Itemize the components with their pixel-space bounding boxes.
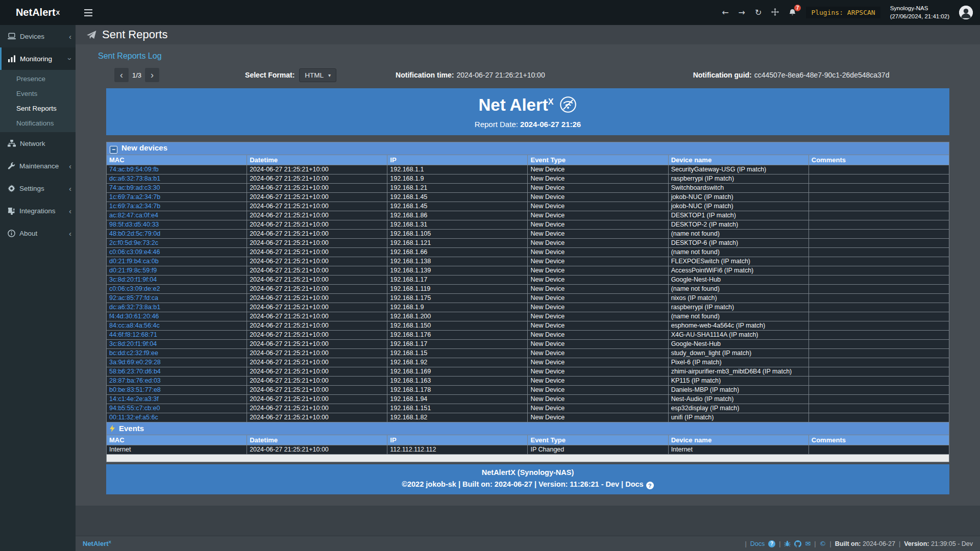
footer-brand-link[interactable]: NetAlertX xyxy=(83,540,111,547)
sidebar-subitem-notifications[interactable]: Notifications xyxy=(0,116,76,131)
notification-time-value: 2024-06-27 21:26:21+10:00 xyxy=(456,71,545,79)
sidebar-item-settings[interactable]: Settings ‹ xyxy=(0,177,76,199)
sidebar-item-monitoring[interactable]: Monitoring › xyxy=(0,47,76,70)
main-area: Sent Reports Sent Reports Log ‹ 1/3 › Se… xyxy=(76,25,980,536)
mac-link[interactable]: 2c:f0:5d:9e:73:2c xyxy=(109,239,158,246)
mac-link[interactable]: 00:11:32:ef:a5:6c xyxy=(109,414,158,421)
section-heading: Events xyxy=(119,424,144,433)
mac-link[interactable]: 74:ac:b9:ad:c3:30 xyxy=(109,184,160,191)
report-footer-host: NetAlertX (Synology-NAS) xyxy=(106,468,949,477)
footer-built: Built on: 2024-06-27 xyxy=(835,540,895,547)
table-row: 1c:69:7a:a2:34:7b2024-06-27 21:25:21+10:… xyxy=(107,202,949,211)
notification-count-badge: 7 xyxy=(794,5,801,11)
page-title: Sent Reports xyxy=(102,28,167,41)
table-row: Internet2024-06-27 21:25:21+10:00112.112… xyxy=(107,445,949,454)
nav-forward-icon[interactable]: → xyxy=(739,9,745,17)
docs-link[interactable]: Docs xyxy=(750,540,765,547)
separator: | xyxy=(814,540,816,547)
monitoring-submenu: PresenceEventsSent ReportsNotifications xyxy=(0,70,76,132)
mac-link[interactable]: 1c:69:7a:a2:34:7b xyxy=(109,203,160,210)
mac-link[interactable]: d0:21:f9:b4:ca:0b xyxy=(109,258,159,265)
mac-link[interactable]: d0:21:f9:8c:59:f9 xyxy=(109,267,157,274)
next-page-button[interactable]: › xyxy=(145,68,159,82)
mac-link[interactable]: 3a:9d:69:e0:29:28 xyxy=(109,359,161,366)
section-header-row: Events xyxy=(107,422,949,435)
format-select[interactable]: HTML ▾ xyxy=(299,68,336,82)
sidebar-item-about[interactable]: About ‹ xyxy=(0,222,76,244)
info-circle-icon xyxy=(8,230,15,237)
mac-link[interactable]: 28:87:ba:76:ed:03 xyxy=(109,377,161,384)
chevron-down-icon: ▾ xyxy=(328,72,331,78)
sidebar-subitem-sent-reports[interactable]: Sent Reports xyxy=(0,101,76,116)
table-row: 44:6f:f8:12:68:712024-06-27 21:25:21+10:… xyxy=(107,330,949,339)
sidebar-subitem-presence[interactable]: Presence xyxy=(0,71,76,86)
table-row: 84:cc:a8:4a:56:4c2024-06-27 21:25:21+10:… xyxy=(107,321,949,330)
mac-link[interactable]: 3c:8d:20:f1:9f:04 xyxy=(109,276,157,283)
mac-link[interactable]: c0:06:c3:09:de:e2 xyxy=(109,285,160,292)
sidebar-label: Devices xyxy=(20,33,44,40)
separator: | xyxy=(779,540,780,547)
copyright-icon[interactable]: © xyxy=(820,540,826,547)
report-header: Net AlertX Report Date:2024-06-27 21:26 xyxy=(106,88,949,135)
chevron-left-icon: ‹ xyxy=(69,33,71,40)
mac-link[interactable]: 74:ac:b9:54:09:fb xyxy=(109,166,159,173)
netalertx-app: NetAlertX ← → ↻ 7 Plugins: ARPSCAN Synol… xyxy=(0,0,980,551)
sidebar-item-integrations[interactable]: Integrations ‹ xyxy=(0,199,76,222)
mac-link[interactable]: 98:5f:d3:d5:40:33 xyxy=(109,221,159,228)
mac-link[interactable]: 1c:69:7a:a2:34:7b xyxy=(109,193,160,201)
github-icon[interactable] xyxy=(794,540,801,547)
app-logo[interactable]: NetAlertX xyxy=(0,0,76,25)
user-avatar[interactable] xyxy=(959,6,973,19)
sidebar-subitem-events[interactable]: Events xyxy=(0,86,76,101)
footer-meta: | Docs ? | ✉ | © | Built on: 2024-06-27 … xyxy=(745,540,973,547)
chevron-left-icon: ‹ xyxy=(69,230,71,237)
mac-link[interactable]: ac:82:47:ca:0f:e4 xyxy=(109,212,158,219)
mac-link[interactable]: 84:cc:a8:4a:56:4c xyxy=(109,322,160,329)
prev-page-button[interactable]: ‹ xyxy=(114,68,129,82)
host-time: (27/06/2024, 21:41:02) xyxy=(890,13,949,21)
mac-link[interactable]: bc:dd:c2:32:f9:ee xyxy=(109,349,158,357)
email-icon[interactable]: ✉ xyxy=(805,540,811,547)
docs-help-icon[interactable]: ? xyxy=(646,482,654,489)
table-row: 28:87:ba:76:ed:032024-06-27 21:25:21+10:… xyxy=(107,376,949,385)
mac-link[interactable]: b0:be:83:51:77:e8 xyxy=(109,386,161,393)
mac-link[interactable]: 58:b6:23:70:d6:b4 xyxy=(109,368,161,375)
user-avatar-icon xyxy=(959,6,973,19)
sidebar-toggle-button[interactable] xyxy=(76,0,101,25)
report-title: Net AlertX xyxy=(106,95,949,115)
notification-guid: Notification guid:cc44507e-8ea6-48e7-90c… xyxy=(693,71,890,79)
mac-link[interactable]: 14:c1:4e:2e:a3:3f xyxy=(109,395,159,403)
mac-link[interactable]: 48:b0:2d:5c:79:0d xyxy=(109,230,160,237)
mac-link[interactable]: 3c:8d:20:f1:9f:04 xyxy=(109,340,157,347)
mac-link[interactable]: 92:ac:85:77:fd:ca xyxy=(109,294,158,302)
mac-link[interactable]: 94:b5:55:c7:cb:e0 xyxy=(109,405,160,412)
table-row: f4:4d:30:61:20:462024-06-27 21:25:21+10:… xyxy=(107,312,949,321)
plugins-badge[interactable]: Plugins: ARPSCAN xyxy=(806,7,880,18)
mac-link[interactable]: 44:6f:f8:12:68:71 xyxy=(109,331,157,338)
sidebar-item-devices[interactable]: Devices ‹ xyxy=(0,25,76,47)
sent-reports-log-link[interactable]: Sent Reports Log xyxy=(98,52,162,61)
mac-link[interactable]: dc:a6:32:73:8a:b1 xyxy=(109,175,160,182)
laptop-icon xyxy=(8,33,16,40)
refresh-icon[interactable]: ↻ xyxy=(755,9,762,17)
notifications-bell[interactable]: 7 xyxy=(789,9,796,17)
column-header: Device name xyxy=(668,155,808,165)
sidebar-label: Maintenance xyxy=(19,162,59,170)
help-icon[interactable]: ? xyxy=(768,540,775,547)
section-header-row: −New devices xyxy=(107,142,949,155)
separator: | xyxy=(899,540,900,547)
sidebar-item-network[interactable]: Network xyxy=(0,132,76,155)
bug-icon[interactable] xyxy=(784,540,791,547)
notification-guid-value: cc44507e-8ea6-48e7-90c1-26de548ca37d xyxy=(754,71,890,79)
table-row: 48:b0:2d:5c:79:0d2024-06-27 21:25:21+10:… xyxy=(107,229,949,238)
move-icon[interactable] xyxy=(771,8,779,17)
column-header: MAC xyxy=(107,155,247,165)
sidebar-item-maintenance[interactable]: Maintenance ‹ xyxy=(0,155,76,177)
mac-link[interactable]: dc:a6:32:73:8a:b1 xyxy=(109,304,160,311)
nav-back-icon[interactable]: ← xyxy=(722,9,728,17)
chevron-left-icon: ‹ xyxy=(69,185,71,192)
mac-link[interactable]: c0:06:c3:09:e4:46 xyxy=(109,248,160,256)
chevron-right-icon: › xyxy=(151,70,154,80)
mac-link[interactable]: f4:4d:30:61:20:46 xyxy=(109,313,159,320)
sidebar-label: Settings xyxy=(19,185,44,192)
